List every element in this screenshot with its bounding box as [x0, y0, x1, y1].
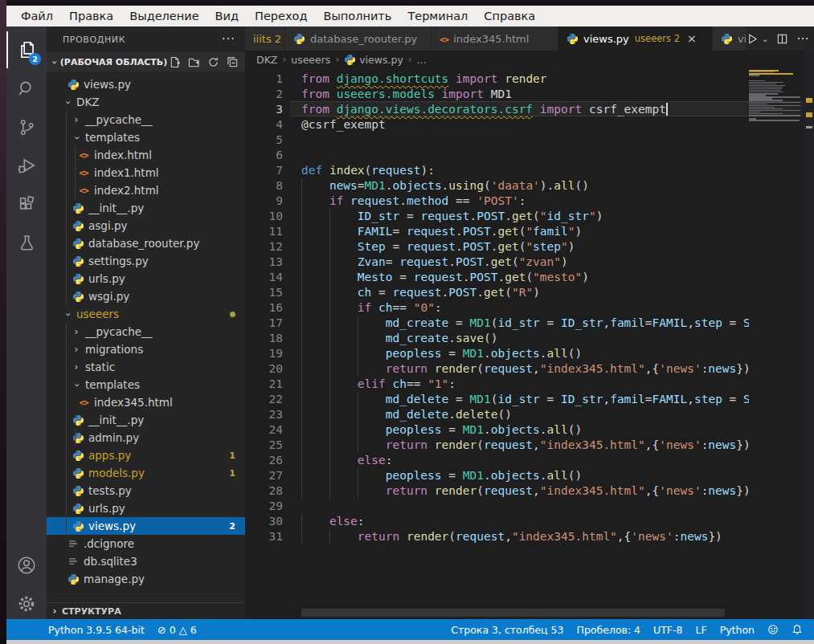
tree-item-asgi.py[interactable]: asgi.py — [47, 217, 245, 234]
code-line-17[interactable]: md_create = MD1(id_str = ID_str,famil=FA… — [301, 316, 749, 331]
tree-item-db.sqlite3[interactable]: db.sqlite3 — [47, 552, 245, 570]
tree-item-migrations[interactable]: ›migrations — [47, 340, 245, 358]
code-line-25[interactable]: return render(request,"index345.html",{'… — [301, 438, 749, 453]
tree-item-DKZ[interactable]: ›DKZ — [47, 93, 245, 111]
code-line-20[interactable]: return render(request,"index345.html",{'… — [301, 361, 749, 377]
menu-файл[interactable]: Файл — [13, 6, 61, 26]
tree-item-admin.py[interactable]: admin.py — [47, 429, 245, 446]
tree-item-settings.py[interactable]: settings.py — [47, 252, 245, 270]
breadcrumb-item[interactable]: … — [417, 54, 427, 66]
explorer-more-actions-icon[interactable]: ··· — [222, 32, 235, 47]
breadcrumb-item[interactable]: DKZ — [256, 54, 277, 66]
activity-settings-icon[interactable] — [6, 585, 47, 622]
minimap[interactable] — [749, 70, 802, 121]
code-line-2[interactable]: from useeers.models import MD1 — [301, 87, 749, 102]
menu-правка[interactable]: Правка — [61, 6, 121, 26]
close-icon[interactable]: × — [687, 32, 697, 45]
code-line-6[interactable] — [301, 148, 749, 163]
code-line-22[interactable]: md_delete = MD1(id_str = ID_str,famil=FA… — [301, 392, 749, 407]
activity-explorer-icon[interactable]: 2 — [6, 31, 47, 68]
code-line-21[interactable]: elif ch== "1": — [301, 377, 749, 392]
code-line-10[interactable]: ID_str = request.POST.get("id_str") — [301, 209, 749, 224]
tab-views.py[interactable]: views.pyuseeers 2× — [558, 26, 713, 51]
code-editor[interactable]: 1234567891011121314151617181920212223242… — [245, 68, 814, 619]
tree-item-urls.py[interactable]: urls.py — [47, 270, 245, 287]
new-file-icon[interactable] — [169, 56, 181, 68]
code-line-13[interactable]: Zvan= request.POST.get("zvan") — [301, 255, 749, 270]
code-line-5[interactable] — [301, 132, 749, 148]
code-line-14[interactable]: Mesto = request.POST.get("mesto") — [301, 270, 749, 285]
python-interpreter[interactable]: Python 3.9.5 64-bit — [48, 624, 145, 636]
tree-item-database_roouter.py[interactable]: database_roouter.py — [47, 234, 245, 252]
collapse-all-icon[interactable] — [227, 56, 239, 68]
encoding-setting[interactable]: UTF-8 — [653, 624, 682, 636]
tree-item-views.py[interactable]: views.py2 — [47, 517, 245, 535]
tree-item-index1.html[interactable]: <>index1.html — [47, 164, 245, 181]
tree-item-useeers[interactable]: ›useeers — [47, 305, 245, 323]
tree-item-static[interactable]: ›static — [47, 358, 245, 376]
split-editor-icon[interactable] — [776, 33, 788, 45]
code-line-1[interactable]: from django.shortcuts import render — [301, 71, 749, 87]
menu-переход[interactable]: Переход — [247, 6, 315, 26]
code-line-15[interactable]: ch = request.POST.get("R") — [301, 285, 749, 300]
tree-item-__pycache__[interactable]: ›__pycache__ — [47, 111, 245, 128]
tree-item-index.html[interactable]: <>index.html — [47, 146, 245, 164]
more-actions-icon[interactable]: ··· — [796, 31, 808, 47]
menu-терминал[interactable]: Терминал — [399, 6, 476, 26]
tree-item-templates[interactable]: ›templates — [47, 128, 245, 146]
code-line-26[interactable]: else: — [301, 453, 749, 468]
code-line-30[interactable]: else: — [301, 514, 749, 529]
tree-item-wsgi.py[interactable]: wsgi.py — [47, 287, 245, 305]
menu-выделение[interactable]: Выделение — [121, 6, 207, 26]
code-line-4[interactable]: @csrf_exempt — [301, 117, 749, 132]
code-line-16[interactable]: if ch== "0": — [301, 300, 749, 316]
tree-item-index2.html[interactable]: <>index2.html — [47, 181, 245, 199]
activity-run-debug-icon[interactable] — [6, 147, 47, 184]
code-line-23[interactable]: md_delete.delete() — [301, 407, 749, 422]
notifications-bell-icon[interactable] — [792, 624, 803, 635]
code-line-27[interactable]: peopless = MD1.objects.all() — [301, 468, 749, 483]
outline-section-header[interactable]: › СТРУКТУРА — [47, 602, 245, 619]
code-line-3[interactable]: from django.views.decorators.csrf import… — [301, 102, 749, 117]
tab-iiits-2[interactable]: iiits 2● — [245, 26, 285, 51]
horizontal-scrollbar[interactable] — [301, 609, 725, 617]
code-line-19[interactable]: peopless = MD1.objects.all() — [301, 346, 749, 361]
activity-account-icon[interactable] — [6, 547, 47, 584]
activity-testing-icon[interactable] — [6, 224, 47, 261]
tree-item-urls.py[interactable]: urls.py — [47, 499, 245, 517]
tree-item-tests.py[interactable]: tests.py — [47, 482, 245, 499]
tree-item-models.py[interactable]: models.py1 — [47, 464, 245, 482]
code-line-24[interactable]: peopless = MD1.objects.all() — [301, 422, 749, 438]
cursor-position[interactable]: Строка 3, столбец 53 — [451, 624, 563, 636]
tab-vie[interactable]: vie — [713, 26, 747, 51]
tree-item-.dcignore[interactable]: .dcignore — [47, 535, 245, 552]
run-python-file-icon[interactable] — [747, 33, 759, 45]
run-dropdown-chevron-icon[interactable]: ⌄ — [762, 35, 768, 43]
code-line-28[interactable]: return render(request,"index345.html",{'… — [301, 483, 749, 499]
code-line-12[interactable]: Step = request.POST.get("step") — [301, 239, 749, 255]
language-mode[interactable]: Python — [720, 624, 755, 636]
tree-item-__init__.py[interactable]: __init__.py — [47, 411, 245, 429]
tree-item-manage.py[interactable]: manage.py — [47, 570, 245, 588]
menu-вид[interactable]: Вид — [207, 6, 247, 26]
menu-справка[interactable]: Справка — [476, 6, 543, 26]
code-content[interactable]: from django.shortcuts import renderfrom … — [301, 71, 749, 544]
activity-search-icon[interactable] — [6, 70, 47, 107]
activity-extensions-icon[interactable] — [6, 185, 47, 222]
code-line-9[interactable]: if request.method == 'POST': — [301, 194, 749, 209]
code-line-7[interactable]: def index(request): — [301, 163, 749, 178]
breadcrumb-item[interactable]: useeers — [291, 54, 330, 66]
problems-indicator[interactable]: ⊘ 0 △ 6 — [157, 624, 197, 636]
indentation-setting[interactable]: Пробелов: 4 — [577, 624, 641, 636]
activity-source-control-icon[interactable] — [6, 108, 47, 145]
tree-item-templates[interactable]: ›templates — [47, 376, 245, 393]
refresh-icon[interactable] — [207, 56, 219, 68]
new-folder-icon[interactable] — [188, 56, 200, 68]
tree-item-index345.html[interactable]: <>index345.html — [47, 393, 245, 411]
code-line-29[interactable] — [301, 499, 749, 514]
feedback-icon[interactable] — [767, 624, 779, 635]
breadcrumb[interactable]: DKZ›useeers›views.py›… — [245, 51, 814, 68]
tree-item-__init__.py[interactable]: __init__.py — [47, 199, 245, 217]
code-line-18[interactable]: md_create.save() — [301, 331, 749, 346]
menu-выполнить[interactable]: Выполнить — [315, 6, 399, 26]
